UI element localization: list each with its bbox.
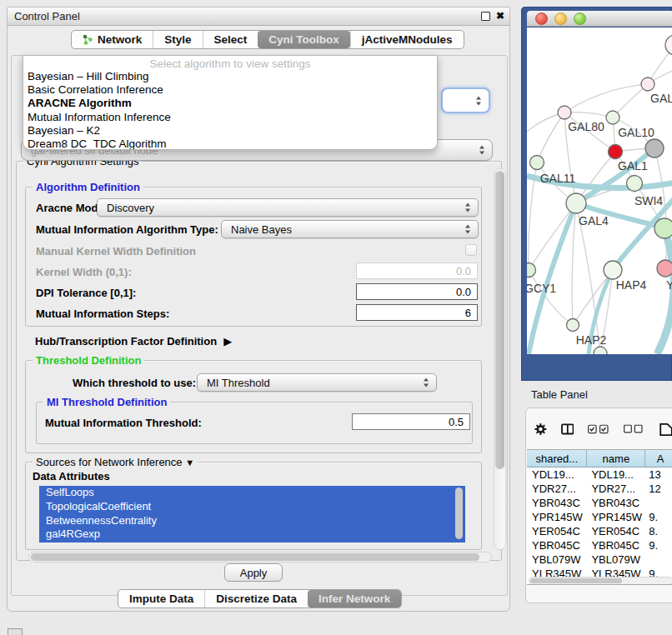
table-row[interactable]: YPR145W YPR145W 9. — [527, 510, 672, 524]
data-attributes-label: Data Attributes — [33, 470, 110, 482]
close-icon[interactable]: ✖ — [496, 11, 504, 21]
node-pink-top[interactable] — [641, 78, 654, 91]
network-window-titlebar[interactable] — [527, 11, 672, 27]
popup-item[interactable]: Dream8 DC_TDC Algorithm — [23, 138, 437, 150]
algorithm-select-popup: Select algorithm to view settings Bayesi… — [23, 55, 438, 150]
column-header[interactable]: shared... — [527, 450, 587, 468]
network-canvas[interactable]: GAL8 GAL80 GAL10 GAL1 GAL11 SWI4 GAL4 GC… — [527, 28, 672, 354]
popup-item[interactable]: Basic Correlation Inference — [23, 83, 437, 97]
control-panel-tabbar: Network Style Select Cyni Toolbox jActiv… — [71, 30, 464, 49]
table-toolbar — [534, 420, 672, 438]
mi-threshold-label: Mutual Information Threshold: — [45, 417, 202, 429]
node-salmon-right[interactable] — [657, 260, 672, 277]
group-title: Sources for Network Inference ▼ — [33, 456, 198, 468]
expanded-arrow-icon[interactable]: ▼ — [185, 458, 194, 468]
settings-horizontal-scrollbar[interactable] — [28, 552, 492, 562]
tab-select[interactable]: Select — [203, 31, 258, 48]
columns-icon[interactable] — [561, 422, 574, 436]
kernel-width-label: Kernel Width (0,1): — [36, 266, 132, 278]
table-panel-title: Table Panel — [531, 388, 588, 401]
node-label: GCY1 — [527, 282, 556, 295]
node-label: Y — [666, 278, 672, 292]
node-GAL10[interactable] — [606, 111, 619, 124]
node-HAP4[interactable] — [604, 261, 622, 279]
list-vertical-scrollbar[interactable] — [455, 488, 463, 539]
table-row[interactable]: YBR045C YBR045C 9. — [527, 538, 672, 552]
popup-item[interactable]: Mutual Information Inference — [23, 111, 437, 124]
tab-cyni-toolbox[interactable]: Cyni Toolbox — [258, 31, 350, 48]
hub-definition-toggle[interactable]: Hub/Transcription Factor Definition ▶ — [35, 335, 232, 348]
tab-network[interactable]: Network — [72, 31, 153, 48]
minimize-traffic-light[interactable] — [554, 12, 567, 25]
close-traffic-light[interactable] — [535, 12, 548, 25]
node-GAL4[interactable] — [566, 193, 586, 213]
network-graph[interactable]: GAL8 GAL80 GAL10 GAL1 GAL11 SWI4 GAL4 GC… — [527, 28, 672, 354]
list-item[interactable]: gal4RGexp — [39, 528, 465, 542]
node-green-right[interactable] — [654, 218, 672, 238]
popup-item[interactable]: Bayesian – Hill Climbing — [23, 70, 437, 83]
tab-network-label: Network — [98, 33, 142, 46]
manual-kernel-label: Manual Kernel Width Definition — [36, 245, 196, 258]
mi-threshold-field[interactable]: 0.5 — [352, 413, 470, 430]
which-threshold-combo[interactable]: MI Threshold — [197, 373, 437, 392]
float-window-icon[interactable] — [481, 12, 490, 21]
unchecked-columns-icon[interactable] — [624, 423, 643, 435]
node-SWI4[interactable] — [627, 176, 643, 192]
settings-vertical-scrollbar[interactable] — [494, 168, 506, 550]
manual-kernel-checkbox[interactable] — [465, 244, 477, 256]
list-item[interactable]: SelfLoops — [39, 486, 465, 500]
table-row[interactable]: YDR27... YDR27... 12 — [527, 482, 672, 496]
node-label: GAL11 — [540, 172, 576, 185]
node-GCY1[interactable] — [527, 263, 536, 278]
node-label: GAL8 — [650, 92, 672, 105]
node-HAP2[interactable] — [567, 319, 579, 332]
node-label: GAL80 — [568, 120, 604, 133]
network-view-window: GAL8 GAL80 GAL10 GAL1 GAL11 SWI4 GAL4 GC… — [521, 7, 672, 381]
dpi-tolerance-field[interactable]: 0.0 — [356, 283, 478, 300]
checked-columns-icon[interactable] — [588, 423, 609, 435]
aracne-mode-combo[interactable]: Discovery — [97, 198, 479, 217]
table-row[interactable]: YDL19... YDL19... 13 — [527, 468, 672, 482]
node-label: GAL4 — [579, 214, 609, 228]
node-partial-bottom[interactable] — [594, 347, 607, 354]
mi-steps-field[interactable]: 6 — [356, 304, 478, 321]
control-panel-titlebar[interactable]: Control Panel ✖ — [8, 8, 509, 26]
which-threshold-value: MI Threshold — [207, 377, 270, 389]
inference-algorithm-combo-partial[interactable] — [441, 88, 490, 113]
list-item[interactable]: BetweennessCentrality — [39, 514, 465, 528]
tab-infer-network[interactable]: Infer Network — [308, 590, 401, 608]
node-gray[interactable] — [645, 139, 664, 158]
apply-button[interactable]: Apply — [224, 563, 283, 582]
tab-jactivemnodules[interactable]: jActiveMNodules — [350, 31, 464, 48]
new-table-icon[interactable] — [659, 422, 672, 438]
node-GAL1-red[interactable] — [609, 145, 623, 159]
mi-type-label: Mutual Information Algorithm Type: — [36, 223, 218, 236]
network-icon — [83, 34, 93, 45]
kernel-width-field[interactable]: 0.0 — [356, 262, 478, 279]
gear-icon[interactable] — [534, 422, 547, 437]
node-label: GAL1 — [618, 159, 648, 172]
cyni-algorithm-settings-group: Cyni Algorithm Settings Algorithm Defini… — [16, 161, 502, 561]
table-row[interactable]: YBR043C YBR043C — [527, 496, 672, 510]
column-header[interactable]: name — [587, 450, 645, 468]
zoom-traffic-light[interactable] — [574, 12, 586, 25]
popup-item-selected[interactable]: ARACNE Algorithm — [23, 97, 437, 110]
node-GAL80[interactable] — [558, 106, 571, 119]
tab-discretize-data[interactable]: Discretize Data — [204, 590, 308, 608]
table-row[interactable]: YER054C YER054C 8. — [527, 524, 672, 538]
mi-algorithm-type-combo[interactable]: Naive Bayes — [221, 220, 479, 238]
list-item[interactable]: TopologicalCoefficient — [39, 500, 465, 514]
mi-threshold-definition-group: MI Threshold Definition Mutual Informati… — [36, 402, 473, 444]
column-header[interactable]: A — [645, 450, 672, 468]
node-GAL11[interactable] — [530, 156, 544, 170]
node-partial-top[interactable] — [665, 35, 672, 55]
tab-style[interactable]: Style — [153, 31, 202, 48]
data-attributes-list[interactable]: SelfLoops TopologicalCoefficient Between… — [39, 486, 465, 542]
control-panel-window: Control Panel ✖ Network Style Select Cyn… — [7, 7, 510, 612]
table-row[interactable]: YBL079W YBL079W — [527, 552, 672, 567]
group-title: Algorithm Definition — [33, 181, 143, 193]
screen: { "window": { "title": "Control Panel" }… — [0, 0, 672, 635]
table-horizontal-scrollbar[interactable] — [529, 577, 672, 585]
tab-impute-data[interactable]: Impute Data — [118, 590, 204, 608]
popup-item[interactable]: Bayesian – K2 — [23, 124, 437, 138]
